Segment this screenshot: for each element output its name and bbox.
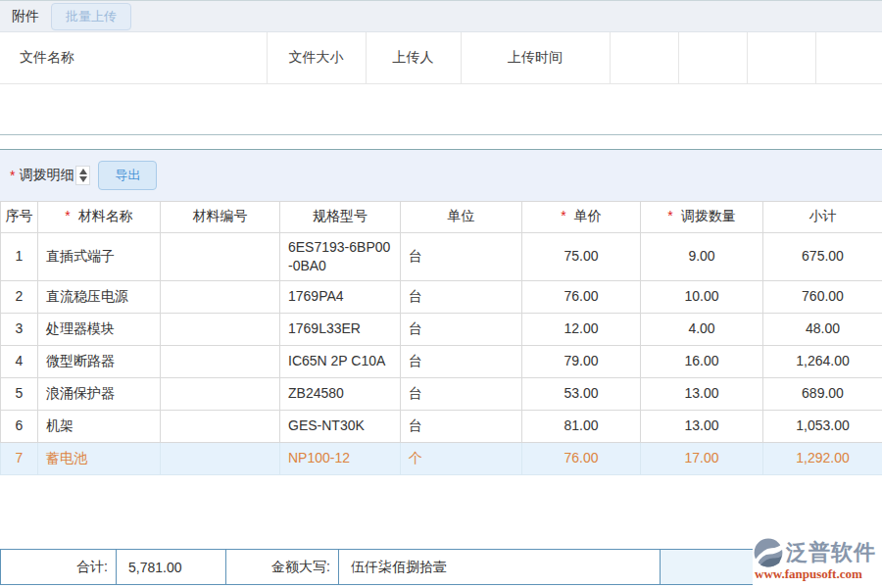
cell-qty: 9.00 [641,232,763,280]
table-header-row: 序号* 材料名称材料编号规格型号单位* 单价* 调拨数量小计 [1,201,882,232]
cell-qty: 13.00 [641,410,763,442]
bottom-gap [0,475,882,550]
amount-words-field[interactable]: 伍仟柒佰捌拾壹 [339,550,661,584]
required-star: * [561,208,569,223]
column-header: * 调拨数量 [641,201,763,232]
cell-spec: IC65N 2P C10A [280,345,401,377]
attachment-table: 文件名称文件大小上传人上传时间 [0,32,882,84]
logo-url[interactable]: www.fanpusoft.com [755,566,862,582]
export-button[interactable]: 导出 [98,161,157,190]
fanpu-logo-icon [753,537,784,568]
column-header: * 材料名称 [38,201,161,232]
cell-unit: 个 [401,442,522,474]
page: 附件 批量上传 文件名称文件大小上传人上传时间 * 调拨明细 导出 序号* 材料… [0,0,882,588]
cell-name: 机架 [38,410,161,442]
attachment-label: 附件 [12,8,39,25]
attachment-col-header: 文件名称 [0,32,267,83]
cell-qty: 16.00 [641,345,763,377]
attachment-col-empty [610,32,678,83]
column-header: 材料编号 [161,201,280,232]
batch-upload-button[interactable]: 批量上传 [51,3,131,30]
cell-code [161,345,280,377]
column-header: 单位 [401,201,522,232]
table-row[interactable]: 6机架GES-NT30K台81.0013.001,053.00 [1,410,882,442]
cell-subtotal: 48.00 [763,313,882,345]
cell-qty: 4.00 [641,313,763,345]
table-row[interactable]: 1直插式端子6ES7193-6BP00-0BA0台75.009.00675.00 [1,232,882,280]
table-row[interactable]: 2直流稳压电源1769PA4台76.0010.00760.00 [1,280,882,313]
cell-code [161,442,280,474]
required-star: * [65,208,74,223]
attachment-col-empty [815,32,882,83]
column-header: * 单价 [522,201,641,232]
transfer-detail-table: 序号* 材料名称材料编号规格型号单位* 单价* 调拨数量小计 1直插式端子6ES… [0,201,882,475]
transfer-detail-toolbar: * 调拨明细 导出 [0,149,882,201]
cell-unit: 台 [401,345,522,377]
cell-spec: GES-NT30K [280,410,401,442]
cell-code [161,377,280,410]
cell-price: 76.00 [522,442,641,474]
cell-unit: 台 [401,377,522,410]
cell-price: 76.00 [522,280,641,313]
sort-spinner[interactable] [75,166,90,185]
sort-up-icon[interactable] [79,169,87,174]
column-header: 序号 [1,201,38,232]
cell-name: 直插式端子 [38,232,161,280]
cell-spec: 6ES7193-6BP00-0BA0 [280,232,401,280]
cell-qty: 13.00 [641,377,763,410]
attachment-col-header: 文件大小 [267,32,366,83]
cell-code [161,232,280,280]
cell-subtotal: 1,053.00 [763,410,882,442]
cell-subtotal: 675.00 [763,232,882,280]
table-row[interactable]: 5浪涌保护器ZB24580台53.0013.00689.00 [1,377,882,410]
cell-no: 2 [1,280,38,313]
cell-price: 12.00 [522,313,641,345]
table-row[interactable]: 3处理器模块1769L33ER台12.004.0048.00 [1,313,882,345]
cell-unit: 台 [401,280,522,313]
cell-qty: 10.00 [641,280,763,313]
table-row[interactable]: 7蓄电池NP100-12个76.0017.001,292.00 [1,442,882,474]
cell-no: 1 [1,232,38,280]
vendor-logo: 泛普软件 www.fanpusoft.com [753,535,882,588]
cell-subtotal: 760.00 [763,280,882,313]
cell-code [161,280,280,313]
column-header: 小计 [763,201,882,232]
cell-subtotal: 1,292.00 [763,442,882,474]
cell-subtotal: 689.00 [763,377,882,410]
section-gap [0,135,882,149]
column-header: 规格型号 [280,201,401,232]
required-star: * [10,168,15,183]
cell-no: 5 [1,377,38,410]
cell-no: 4 [1,345,38,377]
cell-unit: 台 [401,232,522,280]
attachment-toolbar: 附件 批量上传 [0,0,882,32]
logo-row: 泛普软件 [753,537,876,568]
cell-spec: 1769PA4 [280,280,401,313]
cell-no: 7 [1,442,38,474]
cell-name: 微型断路器 [38,345,161,377]
summary-bar: 合计: 5,781.00 金额大写: 伍仟柒佰捌拾壹 [0,549,774,585]
cell-qty: 17.00 [641,442,763,474]
transfer-detail-title: 调拨明细 [19,167,74,184]
cell-name: 浪涌保护器 [38,377,161,410]
cell-price: 81.00 [522,410,641,442]
attachment-col-empty [678,32,747,83]
cell-code [161,313,280,345]
attachment-col-header: 上传时间 [461,32,610,83]
cell-price: 75.00 [522,232,641,280]
logo-name: 泛普软件 [786,538,876,567]
cell-spec: NP100-12 [280,442,401,474]
cell-unit: 台 [401,313,522,345]
cell-name: 直流稳压电源 [38,280,161,313]
table-row[interactable]: 4微型断路器IC65N 2P C10A台79.0016.001,264.00 [1,345,882,377]
cell-subtotal: 1,264.00 [763,345,882,377]
total-value-field[interactable]: 5,781.00 [117,550,226,584]
cell-spec: ZB24580 [280,377,401,410]
cell-price: 53.00 [522,377,641,410]
cell-price: 79.00 [522,345,641,377]
cell-no: 6 [1,410,38,442]
cell-name: 蓄电池 [38,442,161,474]
attachment-col-empty [747,32,815,83]
sort-down-icon[interactable] [79,176,87,182]
cell-unit: 台 [401,410,522,442]
